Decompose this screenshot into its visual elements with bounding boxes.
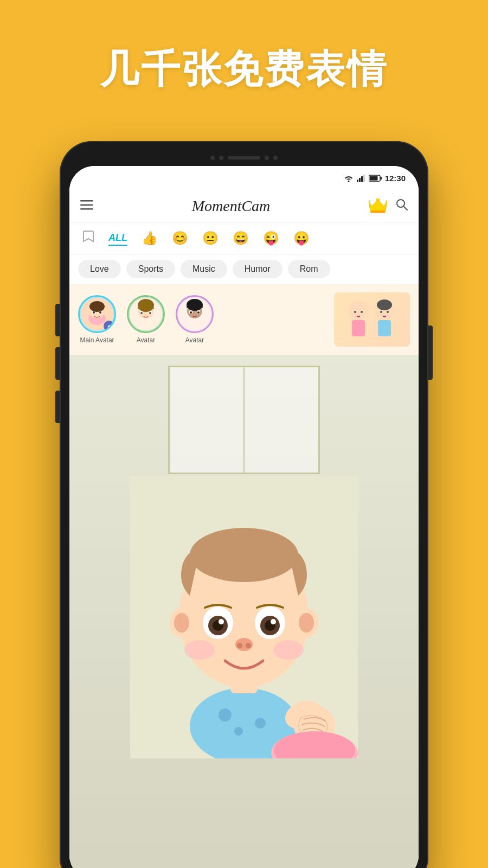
phone-notch bbox=[190, 152, 298, 164]
chip-music[interactable]: Music bbox=[181, 260, 227, 278]
tab-neutral[interactable]: 😐 bbox=[198, 228, 223, 248]
phone-frame: 12:30 MomentCam bbox=[60, 141, 428, 868]
svg-rect-7 bbox=[80, 200, 93, 202]
svg-point-56 bbox=[234, 727, 243, 736]
chip-love[interactable]: Love bbox=[78, 260, 121, 278]
svg-point-38 bbox=[197, 311, 200, 314]
wifi-icon bbox=[344, 174, 354, 182]
svg-point-73 bbox=[237, 643, 242, 648]
notch-dot2 bbox=[265, 156, 269, 160]
notch-speaker bbox=[228, 156, 260, 159]
status-time: 12:30 bbox=[385, 174, 406, 183]
avatar-3-label: Avatar bbox=[185, 336, 204, 344]
svg-point-14 bbox=[369, 200, 370, 203]
vip-button[interactable] bbox=[369, 197, 387, 215]
notch-camera bbox=[210, 156, 215, 160]
tab-laugh[interactable]: 😄 bbox=[228, 228, 253, 248]
avatar-3[interactable]: Avatar bbox=[176, 295, 214, 344]
battery-icon bbox=[369, 175, 382, 182]
svg-point-63 bbox=[299, 613, 314, 633]
avatar-main[interactable]: ✦ Main Avatar bbox=[78, 295, 116, 344]
svg-rect-0 bbox=[357, 180, 358, 182]
svg-rect-15 bbox=[371, 210, 385, 213]
tab-thumbsup[interactable]: 👍 bbox=[137, 228, 162, 248]
notch-dot3 bbox=[273, 156, 278, 160]
svg-point-31 bbox=[149, 312, 151, 314]
tab-tongue[interactable]: 😛 bbox=[289, 228, 314, 248]
hiface-icon: 😊 bbox=[172, 231, 188, 246]
svg-rect-8 bbox=[80, 204, 93, 206]
baby-svg bbox=[130, 476, 358, 758]
baby-face-container bbox=[69, 355, 419, 868]
header-right bbox=[369, 197, 408, 215]
menu-icon[interactable] bbox=[80, 199, 93, 213]
svg-rect-51 bbox=[378, 320, 391, 336]
svg-point-70 bbox=[219, 619, 224, 624]
phone-mockup: 12:30 MomentCam bbox=[60, 141, 428, 868]
chip-rom[interactable]: Rom bbox=[288, 260, 330, 278]
svg-point-43 bbox=[354, 311, 356, 313]
bookmark-icon bbox=[82, 230, 94, 246]
neutral-icon: 😐 bbox=[202, 231, 219, 246]
app-logo: MomentCam bbox=[192, 197, 271, 215]
svg-point-71 bbox=[271, 619, 276, 624]
baby-illustration bbox=[69, 355, 419, 868]
svg-point-76 bbox=[273, 640, 304, 660]
svg-point-42 bbox=[350, 303, 367, 320]
tab-all[interactable]: ALL bbox=[104, 229, 132, 248]
svg-point-24 bbox=[99, 311, 101, 314]
svg-rect-1 bbox=[359, 178, 361, 182]
wink-icon: 😜 bbox=[263, 231, 279, 246]
avatar-2-label: Avatar bbox=[137, 336, 155, 344]
tab-wink[interactable]: 😜 bbox=[259, 228, 284, 248]
svg-point-12 bbox=[376, 199, 380, 201]
filter-chips: Love Sports Music Humor Rom bbox=[69, 254, 419, 284]
svg-rect-5 bbox=[380, 177, 382, 180]
svg-point-55 bbox=[255, 718, 266, 729]
couple-preview[interactable] bbox=[224, 293, 410, 346]
svg-line-17 bbox=[403, 206, 407, 210]
screen-content: 12:30 MomentCam bbox=[69, 166, 419, 868]
svg-rect-3 bbox=[363, 175, 365, 182]
svg-point-44 bbox=[361, 311, 363, 313]
avatar-badge: ✦ bbox=[104, 321, 114, 331]
status-icons: 12:30 bbox=[344, 174, 406, 183]
chip-humor[interactable]: Humor bbox=[233, 260, 282, 278]
tab-bookmark[interactable] bbox=[78, 228, 99, 248]
phone-screen: 12:30 MomentCam bbox=[69, 166, 419, 868]
svg-rect-45 bbox=[352, 320, 365, 336]
category-tabs: ALL 👍 😊 😐 bbox=[69, 222, 419, 254]
signal-icon bbox=[357, 174, 365, 182]
svg-point-75 bbox=[184, 640, 215, 660]
avatar-circle-3 bbox=[176, 295, 214, 333]
laugh-icon: 😄 bbox=[233, 231, 249, 246]
svg-point-49 bbox=[380, 311, 382, 313]
thumbsup-icon: 👍 bbox=[142, 231, 158, 246]
app-header: MomentCam bbox=[69, 190, 419, 222]
svg-point-48 bbox=[377, 299, 392, 310]
svg-point-59 bbox=[190, 528, 298, 582]
status-bar: 12:30 bbox=[69, 166, 419, 190]
tab-all-label: ALL bbox=[108, 232, 127, 244]
hero-text: 几千张免费表情 bbox=[0, 0, 488, 95]
avatar-circle-main: ✦ bbox=[78, 295, 116, 333]
svg-rect-6 bbox=[369, 176, 377, 180]
svg-rect-2 bbox=[361, 176, 363, 182]
svg-point-61 bbox=[174, 613, 189, 633]
chip-sports[interactable]: Sports bbox=[126, 260, 175, 278]
avatar-circle-2 bbox=[127, 295, 165, 333]
search-icon[interactable] bbox=[396, 199, 408, 214]
notch-sensor bbox=[219, 156, 223, 160]
svg-point-13 bbox=[386, 200, 388, 203]
svg-point-37 bbox=[190, 311, 192, 314]
tab-hiface[interactable]: 😊 bbox=[168, 228, 192, 248]
crown-icon bbox=[369, 199, 387, 214]
svg-point-50 bbox=[387, 311, 389, 313]
avatar-2[interactable]: Avatar bbox=[127, 295, 165, 344]
svg-point-25 bbox=[89, 301, 105, 312]
svg-point-54 bbox=[219, 709, 232, 722]
avatar-row: ✦ Main Avatar bbox=[69, 284, 419, 355]
svg-point-23 bbox=[93, 311, 95, 314]
tongue-icon: 😛 bbox=[293, 231, 310, 246]
svg-rect-9 bbox=[80, 208, 93, 210]
